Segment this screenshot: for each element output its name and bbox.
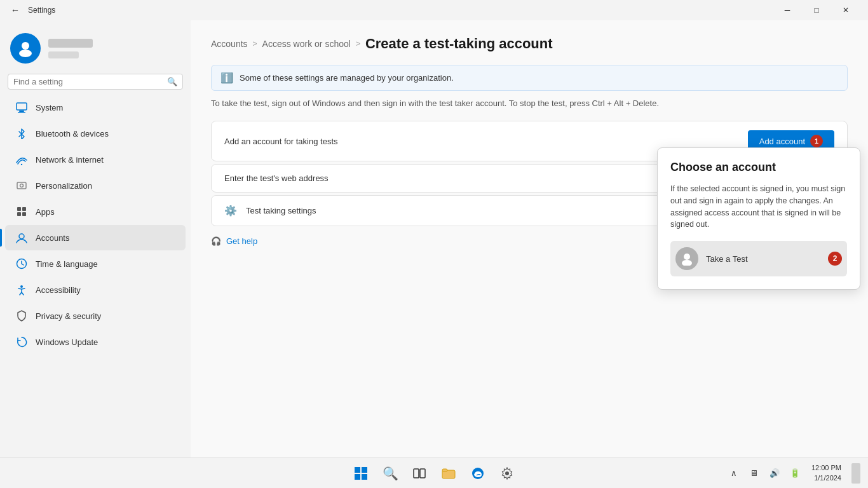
info-banner: ℹ️ Some of these settings are managed by… xyxy=(211,65,848,91)
settings-taskbar-button[interactable] xyxy=(494,461,520,486)
svg-point-14 xyxy=(20,285,23,288)
taskbar-right: ∧ 🖥 🔊 🔋 12:00 PM 1/1/2024 xyxy=(725,463,860,484)
time-icon xyxy=(15,257,28,270)
svg-rect-20 xyxy=(362,474,367,480)
sidebar-label-system: System xyxy=(36,103,63,112)
bluetooth-icon xyxy=(15,127,28,140)
nav-menu: System Bluetooth & devices Network & int… xyxy=(0,95,191,355)
maximize-button[interactable]: □ xyxy=(802,0,831,20)
avatar xyxy=(10,33,41,64)
svg-rect-18 xyxy=(362,467,367,473)
svg-rect-6 xyxy=(17,182,26,189)
search-box[interactable]: 🔍 xyxy=(8,74,183,90)
breadcrumb-sep1: > xyxy=(253,39,257,48)
breadcrumb-accounts[interactable]: Accounts xyxy=(211,39,248,49)
choose-account-popup: Choose an account If the selected accoun… xyxy=(657,147,860,290)
back-button[interactable]: ← xyxy=(8,3,23,18)
svg-point-5 xyxy=(21,164,22,165)
account-badge: 2 xyxy=(828,252,842,266)
accounts-icon xyxy=(15,231,28,244)
start-button[interactable] xyxy=(348,461,374,486)
tray-battery[interactable]: 🔋 xyxy=(786,464,804,482)
account-name: Take a Test xyxy=(706,254,820,264)
user-sub-name xyxy=(48,51,79,58)
sidebar-item-bluetooth[interactable]: Bluetooth & devices xyxy=(5,121,186,146)
titlebar-left: ← Settings xyxy=(8,3,55,18)
sidebar-label-windows-update: Windows Update xyxy=(36,337,98,347)
system-icon xyxy=(15,101,28,114)
sidebar-label-privacy: Privacy & security xyxy=(36,311,101,321)
sidebar: 🔍 System Bluetooth & devices Network & i… xyxy=(0,20,191,458)
sidebar-item-system[interactable]: System xyxy=(5,95,186,120)
svg-rect-2 xyxy=(17,103,27,110)
file-explorer-button[interactable] xyxy=(436,461,461,486)
item-left-3: ⚙️ Test taking settings xyxy=(224,205,316,217)
sidebar-label-accounts: Accounts xyxy=(36,233,69,243)
breadcrumb-access-work[interactable]: Access work or school xyxy=(262,39,351,49)
search-input[interactable] xyxy=(13,77,163,86)
info-banner-text: Some of these settings are managed by yo… xyxy=(240,73,454,83)
breadcrumb-sep2: > xyxy=(356,39,360,48)
tray-network[interactable]: 🖥 xyxy=(745,464,763,482)
svg-point-1 xyxy=(19,50,32,57)
item-left-2: Enter the test's web address xyxy=(224,173,329,183)
account-avatar xyxy=(675,247,698,270)
sidebar-item-accounts[interactable]: Accounts xyxy=(5,225,186,250)
sidebar-item-time[interactable]: Time & language xyxy=(5,251,186,276)
user-section xyxy=(0,25,191,74)
add-account-btn-label: Add account xyxy=(759,137,805,146)
sidebar-label-bluetooth: Bluetooth & devices xyxy=(36,129,109,139)
clock-time: 12:00 PM xyxy=(811,463,841,473)
app-title: Settings xyxy=(28,6,55,15)
tray-audio[interactable]: 🔊 xyxy=(766,464,783,482)
get-help-label: Get help xyxy=(226,236,257,246)
svg-rect-3 xyxy=(19,111,24,112)
svg-rect-9 xyxy=(22,207,26,211)
svg-point-0 xyxy=(22,42,29,50)
svg-point-26 xyxy=(505,471,509,475)
sidebar-label-accessibility: Accessibility xyxy=(36,285,81,295)
close-button[interactable]: ✕ xyxy=(831,0,860,20)
popup-title: Choose an account xyxy=(670,161,847,174)
sidebar-label-apps: Apps xyxy=(36,207,55,217)
svg-rect-22 xyxy=(420,469,425,478)
page-title: Create a test-taking account xyxy=(365,36,553,52)
svg-point-7 xyxy=(20,184,24,187)
sidebar-item-privacy[interactable]: Privacy & security xyxy=(5,303,186,329)
info-icon: ℹ️ xyxy=(220,72,233,84)
help-icon: 🎧 xyxy=(211,236,221,246)
task-view-button[interactable] xyxy=(407,461,432,486)
notification-button[interactable] xyxy=(851,463,860,484)
content-area: Accounts > Access work or school > Creat… xyxy=(191,20,868,458)
account-list-item[interactable]: Take a Test 2 xyxy=(670,241,847,276)
sidebar-item-personalization[interactable]: Personalization xyxy=(5,173,186,198)
app-container: 🔍 System Bluetooth & devices Network & i… xyxy=(0,20,868,458)
windows-update-icon xyxy=(15,336,28,348)
sidebar-item-accessibility[interactable]: Accessibility xyxy=(5,277,186,302)
apps-icon xyxy=(15,205,28,218)
taskbar-search[interactable]: 🔍 xyxy=(377,461,403,486)
tray-chevron[interactable]: ∧ xyxy=(725,464,743,482)
privacy-icon xyxy=(15,309,28,322)
sidebar-item-windows-update[interactable]: Windows Update xyxy=(5,329,186,355)
sidebar-item-apps[interactable]: Apps xyxy=(5,199,186,224)
svg-rect-8 xyxy=(17,207,21,211)
clock[interactable]: 12:00 PM 1/1/2024 xyxy=(806,463,846,483)
edge-browser-button[interactable] xyxy=(465,461,491,486)
search-icon: 🔍 xyxy=(167,77,177,86)
svg-rect-21 xyxy=(414,469,419,478)
popup-description: If the selected account is signed in, yo… xyxy=(670,183,847,231)
window-controls: ─ □ ✕ xyxy=(773,0,860,20)
network-icon xyxy=(15,153,28,166)
svg-point-15 xyxy=(684,254,690,260)
minimize-button[interactable]: ─ xyxy=(773,0,802,20)
user-info xyxy=(48,39,93,58)
sidebar-label-personalization: Personalization xyxy=(36,181,92,191)
taskbar: 🔍 ∧ 🖥 xyxy=(0,458,868,488)
titlebar: ← Settings ─ □ ✕ xyxy=(0,0,868,20)
test-settings-label: Test taking settings xyxy=(246,206,316,215)
svg-rect-10 xyxy=(17,212,21,216)
svg-rect-19 xyxy=(355,474,360,480)
add-account-badge: 1 xyxy=(810,135,823,147)
sidebar-item-network[interactable]: Network & internet xyxy=(5,147,186,172)
